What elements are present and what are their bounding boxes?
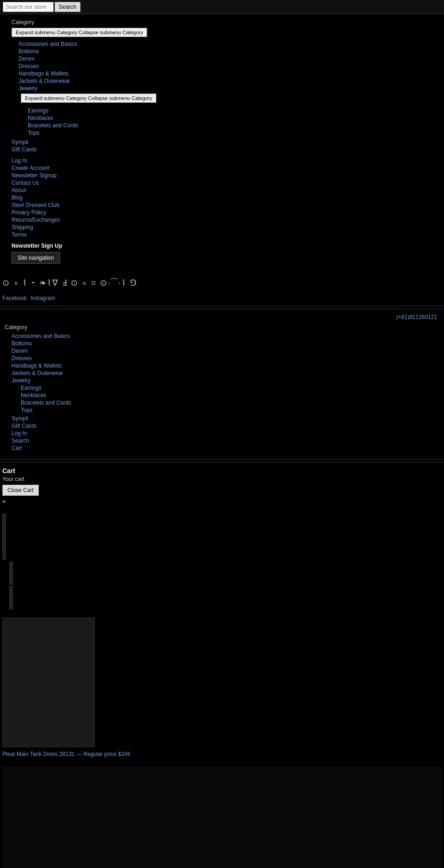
desktop-nav-bottoms[interactable]: Bottoms: [12, 340, 32, 347]
desktop-nav-accessories[interactable]: Accessories and Basics: [12, 333, 70, 339]
list-item: Jackets & Outerwear: [18, 78, 435, 84]
desktop-nav-earrings[interactable]: Earrings: [21, 385, 42, 391]
list-item: Cart: [12, 445, 442, 451]
nav-link-terms[interactable]: Terms: [12, 231, 27, 238]
divider: [0, 459, 444, 460]
category-label: Category: [12, 19, 435, 25]
list-item: Bottoms: [12, 340, 442, 347]
main-category-list: Accessories and Basics Bottoms Denim Dre…: [9, 41, 435, 136]
list-item: Gift Cards: [12, 423, 442, 429]
desktop-nav-handbags[interactable]: Handbags & Wallets: [12, 362, 62, 369]
desktop-nav-cart[interactable]: Cart: [12, 445, 22, 451]
cart-title: Cart: [2, 467, 442, 475]
thumb-small-1: [9, 562, 13, 585]
nav-link-dresses[interactable]: Dresses: [18, 63, 39, 69]
list-item: About: [12, 187, 435, 194]
product-thumbnails: [0, 509, 444, 613]
nav-link-about[interactable]: About: [12, 187, 26, 194]
list-item: Log In: [12, 430, 442, 437]
nav-link-earrings[interactable]: Earrings: [28, 107, 49, 114]
list-item: Jackets & Outerwear: [12, 370, 442, 376]
desktop-nav-jackets[interactable]: Jackets & Outerwear: [12, 370, 63, 376]
list-item: Accessories and Basics: [18, 41, 435, 47]
desktop-nav-search[interactable]: Search: [12, 437, 29, 444]
mobile-nav: Category Expand submenu Category Collaps…: [0, 14, 444, 269]
list-item: Privacy Policy: [12, 209, 435, 216]
nav-link-bracelets[interactable]: Bracelets and Cords: [28, 122, 78, 129]
nav-link-steel-dressed[interactable]: Steel Dressed Club: [12, 202, 59, 208]
nav-link-denim[interactable]: Denim: [18, 56, 35, 62]
nav-link-sympli[interactable]: Sympli: [12, 139, 28, 145]
desktop-nav-bracelets[interactable]: Bracelets and Cords: [21, 400, 71, 406]
nav-link-returns[interactable]: Returns/Exchanges: [12, 217, 60, 223]
list-item: Bracelets and Cords: [21, 400, 442, 406]
list-item: Necklaces: [28, 115, 435, 121]
desktop-nav-jewelry[interactable]: Jewelry: [12, 377, 31, 384]
product-separator-1: —: [76, 751, 83, 757]
list-item: Jewelry Expand submenu Category Collapse…: [18, 85, 435, 136]
top-level-links: Sympli Gift Cards: [9, 139, 435, 153]
product-item-1: Pleat Main Tank Dress 28131 — Regular pr…: [2, 618, 442, 757]
nav-link-handbags[interactable]: Handbags & Wallets: [18, 70, 68, 77]
list-item: Jewelry Earrings Necklaces Bracelets and…: [12, 377, 442, 413]
phone-number: (+81)811260121: [2, 314, 442, 320]
desktop-nav-giftcards[interactable]: Gift Cards: [12, 423, 37, 429]
list-item: Terms: [12, 231, 435, 238]
nav-link-jackets[interactable]: Jackets & Outerwear: [18, 78, 70, 84]
nav-link-giftcards[interactable]: Gift Cards: [12, 146, 37, 153]
product-title-1[interactable]: Pleat Main Tank Dress 28131 — Regular pr…: [2, 751, 442, 757]
list-item: Handbags & Wallets: [12, 362, 442, 369]
cart-arrow: »: [2, 498, 442, 505]
search-input[interactable]: [3, 2, 54, 12]
list-item: Shipping: [12, 224, 435, 231]
nav-link-login[interactable]: Log In: [12, 157, 27, 164]
nav-link-bottoms[interactable]: Bottoms: [18, 48, 39, 55]
search-button[interactable]: Search: [55, 2, 80, 12]
newsletter-label: Newsletter Sign Up: [12, 243, 432, 249]
site-navigation-button[interactable]: Site navigation: [12, 252, 60, 264]
nav-link-necklaces[interactable]: Necklaces: [28, 115, 53, 121]
nav-link-jewelry[interactable]: Jewelry: [18, 85, 37, 92]
nav-link-privacy[interactable]: Privacy Policy: [12, 209, 46, 216]
jewelry-sub-list: Earrings Necklaces Bracelets and Cords T…: [18, 107, 435, 136]
nav-link-contact[interactable]: Contact Us: [12, 180, 39, 186]
close-cart-button[interactable]: Close Cart: [2, 485, 39, 496]
nav-link-create-account[interactable]: Create Account: [12, 165, 49, 171]
list-item: Search: [12, 437, 442, 444]
your-cart-label: Your cart: [2, 476, 442, 482]
nav-link-newsletter-signup[interactable]: Newsletter Signup: [12, 172, 56, 179]
nav-link-accessories[interactable]: Accessories and Basics: [18, 41, 77, 47]
list-item: Returns/Exchanges: [12, 217, 435, 223]
desktop-nav-tops[interactable]: Tops: [21, 407, 32, 413]
social-links: Facebook Instagram: [0, 293, 444, 304]
list-item: Sympli: [12, 139, 435, 145]
expand-category-btn[interactable]: Expand submenu Category Collapse submenu…: [12, 28, 147, 37]
list-item: Create Account: [12, 165, 435, 171]
nav-link-tops[interactable]: Tops: [28, 130, 39, 136]
list-item: Tops: [21, 407, 442, 413]
divider: [0, 306, 444, 306]
desktop-nav-login[interactable]: Log In: [12, 430, 27, 437]
list-item: Newsletter Signup: [12, 172, 435, 179]
list-item: Bottoms: [18, 48, 435, 55]
account-links: Log In Create Account Newsletter Signup …: [9, 157, 435, 238]
search-bar: Search: [0, 0, 444, 14]
list-item: Log In: [12, 157, 435, 164]
desktop-nav-dresses[interactable]: Dresses: [12, 355, 32, 362]
facebook-link[interactable]: Facebook: [2, 295, 27, 301]
product-image-1: [2, 618, 95, 747]
list-item: Accessories and Basics: [12, 333, 442, 339]
desktop-nav-necklaces[interactable]: Necklaces: [21, 392, 46, 399]
instagram-link[interactable]: Instagram: [31, 295, 55, 301]
utility-links: Sympli Gift Cards Log In Search Cart: [2, 415, 442, 451]
list-item: Tops: [28, 130, 435, 136]
desktop-nav-sympli[interactable]: Sympli: [12, 415, 28, 422]
thumbnail-placeholder: [2, 513, 6, 560]
desktop-nav-denim[interactable]: Denim: [12, 348, 28, 354]
nav-link-blog[interactable]: Blog: [12, 194, 23, 201]
desktop-jewelry-sub: Earrings Necklaces Bracelets and Cords T…: [12, 385, 442, 413]
expand-jewelry-btn[interactable]: Expand submenu Category Collapse submenu…: [21, 94, 156, 103]
nav-link-shipping[interactable]: Shipping: [12, 224, 33, 231]
cart-section: Cart Your cart Close Cart »: [0, 462, 444, 509]
list-item: Dresses: [18, 63, 435, 69]
